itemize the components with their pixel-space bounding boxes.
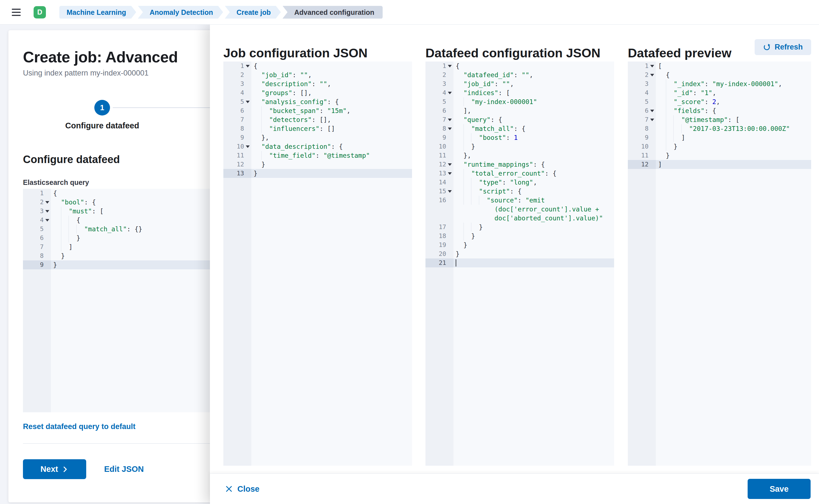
fold-arrow-icon[interactable] xyxy=(246,65,250,67)
step-1-indicator[interactable]: 1 xyxy=(94,100,110,116)
code-line: 7"@timestamp": [ xyxy=(628,115,811,124)
code-line: 1{ xyxy=(224,62,412,70)
fold-arrow-icon[interactable] xyxy=(45,210,49,213)
code-line: 11"time_field": "@timestamp" xyxy=(224,151,412,160)
menu-bar xyxy=(12,15,21,16)
reset-datafeed-query-link[interactable]: Reset datafeed query to default xyxy=(23,422,135,431)
code-line: 19} xyxy=(425,241,614,249)
code-line: 13} xyxy=(224,169,412,178)
datafeed-preview-editor[interactable]: 1[2{3"_index": "my-index-000001",4"_id":… xyxy=(628,62,811,466)
code-line: 9}, xyxy=(224,133,412,142)
code-line: 7"query": { xyxy=(425,115,614,124)
fold-arrow-icon[interactable] xyxy=(448,128,452,130)
edit-json-button[interactable]: Edit JSON xyxy=(102,464,145,474)
top-header: D Machine Learning Anomaly Detection Cre… xyxy=(0,0,819,25)
code-line: 3"_index": "my-index-000001", xyxy=(628,79,811,88)
code-line: 3"job_id": "", xyxy=(425,79,614,88)
fold-arrow-icon[interactable] xyxy=(448,190,452,193)
fold-arrow-icon[interactable] xyxy=(650,110,654,112)
code-line: 3"description": "", xyxy=(224,79,412,88)
code-line: 7"detectors": [], xyxy=(224,115,412,124)
code-line: 12"runtime_mappings": { xyxy=(425,160,614,169)
code-line: 15"script": { xyxy=(425,187,614,196)
code-line: 4"groups": [], xyxy=(224,88,412,97)
code-line: 5"_score": 2, xyxy=(628,97,811,106)
close-button-label: Close xyxy=(237,484,260,494)
code-line: 9"boost": 1 xyxy=(425,133,614,142)
breadcrumb-anomaly-detection[interactable]: Anomaly Detection xyxy=(138,6,223,19)
next-button[interactable]: Next xyxy=(23,459,86,479)
fold-arrow-icon[interactable] xyxy=(448,119,452,121)
chevron-right-icon xyxy=(61,466,69,473)
code-line: 6"fields": { xyxy=(628,106,811,115)
code-line: 11}, xyxy=(425,151,614,160)
step-1-label: Configure datafeed xyxy=(65,121,139,130)
job-config-title: Job configuration JSON xyxy=(224,46,368,60)
code-line: 10} xyxy=(628,142,811,151)
code-line: 8"2017-03-23T13:00:00.000Z" xyxy=(628,124,811,133)
page: D Machine Learning Anomaly Detection Cre… xyxy=(0,0,819,504)
avatar[interactable]: D xyxy=(34,6,46,18)
menu-icon[interactable] xyxy=(12,9,21,16)
close-icon xyxy=(225,485,233,493)
breadcrumb-current: Advanced configuration xyxy=(283,6,383,19)
code-line: 12] xyxy=(628,160,811,169)
fold-arrow-icon[interactable] xyxy=(650,65,654,67)
fold-arrow-icon[interactable] xyxy=(246,101,250,103)
code-line: 14"type": "long", xyxy=(425,178,614,187)
datafeed-preview-title: Datafeed preview xyxy=(628,46,731,60)
fold-arrow-icon[interactable] xyxy=(448,163,452,166)
datafeed-config-title: Datafeed configuration JSON xyxy=(425,46,600,60)
next-button-label: Next xyxy=(41,465,58,474)
code-line: 9] xyxy=(628,133,811,142)
save-button[interactable]: Save xyxy=(748,479,811,499)
refresh-button[interactable]: Refresh xyxy=(755,39,811,55)
breadcrumb-create-job[interactable]: Create job xyxy=(225,6,281,19)
edit-json-flyout: Job configuration JSON 1{2"job_id": "",3… xyxy=(210,25,819,504)
code-line: 1[ xyxy=(628,62,811,70)
code-line: 6], xyxy=(425,106,614,115)
code-line: 4"_id": "1", xyxy=(628,88,811,97)
breadcrumb-machine-learning[interactable]: Machine Learning xyxy=(59,6,136,19)
breadcrumb: Machine Learning Anomaly Detection Creat… xyxy=(59,6,383,19)
flyout-footer: Close Save xyxy=(210,474,819,504)
fold-arrow-icon[interactable] xyxy=(448,65,452,67)
fold-arrow-icon[interactable] xyxy=(246,145,250,148)
refresh-button-label: Refresh xyxy=(775,43,803,51)
code-line: 18} xyxy=(425,232,614,241)
fold-arrow-icon[interactable] xyxy=(45,219,49,222)
fold-arrow-icon[interactable] xyxy=(448,172,452,175)
code-line: 1{ xyxy=(425,62,614,70)
code-line: 5"my-index-000001" xyxy=(425,97,614,106)
code-line: 2"datafeed_id": "", xyxy=(425,70,614,79)
code-line: 2{ xyxy=(628,70,811,79)
code-line: 21 xyxy=(425,258,614,267)
fold-arrow-icon[interactable] xyxy=(650,74,654,76)
fold-arrow-icon[interactable] xyxy=(45,201,49,204)
code-line: 8"influencers": [] xyxy=(224,124,412,133)
code-line: 2"job_id": "", xyxy=(224,70,412,79)
job-config-editor[interactable]: 1{2"job_id": "",3"description": "",4"gro… xyxy=(224,62,412,466)
text-cursor xyxy=(456,259,456,267)
code-line: 6"bucket_span": "15m", xyxy=(224,106,412,115)
code-line: 11} xyxy=(628,151,811,160)
refresh-icon xyxy=(763,43,771,51)
menu-bar xyxy=(12,12,21,13)
code-line: (doc['error_count'].value + xyxy=(425,205,614,214)
fold-arrow-icon[interactable] xyxy=(650,119,654,121)
code-line: 5"analysis_config": { xyxy=(224,97,412,106)
code-line: 17} xyxy=(425,223,614,232)
fold-arrow-icon[interactable] xyxy=(448,92,452,94)
menu-bar xyxy=(12,9,21,10)
code-line: 10} xyxy=(425,142,614,151)
code-line: 20} xyxy=(425,249,614,258)
close-button[interactable]: Close xyxy=(224,484,261,494)
code-line: 12} xyxy=(224,160,412,169)
datafeed-config-editor[interactable]: 1{2"datafeed_id": "",3"job_id": "",4"ind… xyxy=(425,62,614,466)
code-line: doc['aborted_count'].value)" xyxy=(425,214,614,223)
code-line: 13"total_error_count": { xyxy=(425,169,614,178)
code-line: 16"source": "emit xyxy=(425,196,614,205)
code-line: 10"data_description": { xyxy=(224,142,412,151)
code-line: 4"indices": [ xyxy=(425,88,614,97)
code-line: 8"match_all": { xyxy=(425,124,614,133)
